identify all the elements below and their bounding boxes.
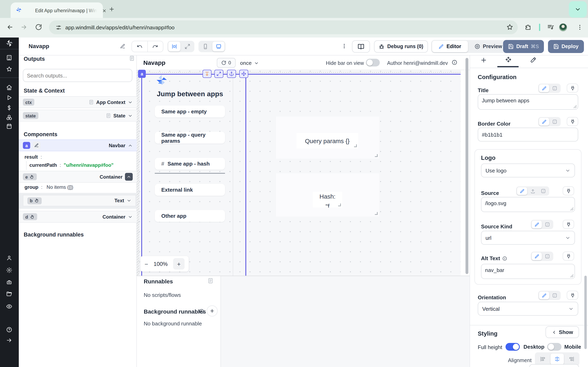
info-icon[interactable] <box>452 59 457 65</box>
draft-button[interactable]: Draft ⌘S <box>503 40 544 53</box>
static-mode-pencil-icon[interactable] <box>539 84 549 92</box>
sidebar-item-users[interactable] <box>6 255 12 261</box>
expression-mode-fn-icon[interactable]: f <box>538 187 548 195</box>
static-mode-pencil-icon[interactable] <box>539 292 549 299</box>
extensions-puzzle-icon[interactable] <box>525 24 531 31</box>
sidebar-item-resources[interactable] <box>6 115 12 121</box>
debug-runs-button[interactable]: Debug runs (0) <box>374 40 428 53</box>
static-mode-pencil-icon[interactable] <box>532 221 542 228</box>
border-color-connect-plug-icon[interactable] <box>567 117 578 126</box>
tab-insert-plus-icon[interactable] <box>480 57 487 64</box>
sidebar-item-help[interactable] <box>6 327 12 333</box>
result-key-row[interactable]: result : <box>25 154 42 160</box>
expression-mode-fn-icon[interactable]: f <box>542 252 553 260</box>
resize-corner-icon[interactable] <box>354 144 357 147</box>
rename-pencil-icon[interactable] <box>120 44 125 49</box>
ctx-row[interactable]: ctx App Context <box>19 96 137 108</box>
desktop-preview-toggle[interactable] <box>212 42 225 51</box>
chevron-down-icon[interactable] <box>127 198 131 203</box>
border-color-input[interactable] <box>478 128 578 142</box>
group-row[interactable]: group : No items ([]) <box>25 184 73 190</box>
orientation-connect-plug-icon[interactable] <box>567 291 578 300</box>
nav-button-same-app-empty[interactable]: Same app - empty <box>155 106 225 117</box>
mobile-preview-toggle[interactable] <box>199 42 212 51</box>
component-row-text-b[interactable]: b Text <box>23 195 136 206</box>
back-icon[interactable] <box>7 24 13 31</box>
insert-below-handle-icon[interactable] <box>203 70 212 78</box>
chevron-down-icon[interactable] <box>128 214 133 219</box>
tab-styling-brush-icon[interactable] <box>530 57 536 64</box>
sidebar-item-runs[interactable] <box>6 95 12 101</box>
sidebar-item-folders[interactable] <box>6 291 12 297</box>
info-icon[interactable] <box>199 309 204 314</box>
selected-component-badge[interactable]: a <box>138 70 146 78</box>
orientation-select[interactable]: Vertical <box>478 302 578 316</box>
textarea-resize-icon[interactable] <box>570 207 574 211</box>
expression-mode-fn-icon[interactable]: f <box>550 118 560 125</box>
static-mode-pencil-icon[interactable] <box>517 187 527 195</box>
reload-icon[interactable] <box>35 24 42 31</box>
textarea-resize-icon[interactable] <box>573 105 577 108</box>
info-icon[interactable] <box>502 256 507 261</box>
use-logo-select[interactable]: Use logo <box>481 164 575 177</box>
component-row-container-d[interactable]: d Container <box>19 211 137 223</box>
sidebar-item-apps[interactable] <box>6 55 12 61</box>
nav-button-other-app[interactable]: Other app <box>155 210 225 222</box>
static-mode-pencil-icon[interactable] <box>539 118 549 125</box>
sidebar-item-favorites[interactable] <box>6 66 12 72</box>
sidebar-collapse-arrow-icon[interactable] <box>6 337 12 343</box>
static-mode-pencil-icon[interactable] <box>532 252 542 260</box>
browser-tab[interactable]: Edit App u/henri/navapp | Win <box>11 2 103 18</box>
collapse-chevron-up-icon[interactable] <box>125 173 133 181</box>
bookmark-star-icon[interactable] <box>506 24 513 31</box>
browser-menu-kebab-icon[interactable] <box>577 24 583 31</box>
source-connect-plug-icon[interactable] <box>563 186 574 195</box>
styling-show-button[interactable]: Show <box>545 326 579 338</box>
expression-mode-fn-icon[interactable]: f <box>550 84 560 92</box>
resize-corner-icon[interactable] <box>374 212 378 215</box>
component-row-container-e[interactable]: e Container <box>19 171 137 183</box>
forward-icon[interactable] <box>20 24 27 31</box>
profile-avatar[interactable] <box>559 23 567 31</box>
title-connect-plug-icon[interactable] <box>567 83 578 92</box>
sidebar-item-settings[interactable] <box>6 267 12 273</box>
anchor-handle-icon[interactable] <box>227 70 236 78</box>
expression-mode-fn-icon[interactable]: f <box>550 292 560 299</box>
source-kind-connect-plug-icon[interactable] <box>563 220 574 229</box>
docs-book-button[interactable] <box>352 40 370 53</box>
zoom-in-button[interactable]: + <box>173 258 185 269</box>
add-background-runnable-button[interactable] <box>207 305 218 317</box>
redo-button[interactable] <box>148 41 163 52</box>
search-outputs-input[interactable] <box>23 69 132 82</box>
state-row[interactable]: state State <box>19 110 137 122</box>
new-tab-button[interactable] <box>109 6 115 12</box>
url-text[interactable]: app.windmill.dev/apps/edit/u/henri/navap… <box>65 25 174 31</box>
hide-bar-toggle[interactable] <box>366 59 380 67</box>
move-handle-icon[interactable] <box>239 70 248 78</box>
selection-right-rail[interactable] <box>245 74 246 276</box>
mobile-desktop-toggle[interactable] <box>547 343 562 351</box>
tab-close-icon[interactable] <box>102 8 107 13</box>
nav-button-same-app-hash[interactable]: # Same app - hash <box>155 158 225 170</box>
selection-left-rail[interactable] <box>141 74 142 276</box>
refresh-count-button[interactable]: 0 <box>217 58 236 68</box>
resize-corner-icon[interactable] <box>338 203 341 206</box>
alt-text-connect-plug-icon[interactable] <box>563 252 574 261</box>
chevron-down-icon[interactable] <box>128 100 133 105</box>
current-path-row[interactable]: currentPath : "u/henri/navapp#foo" <box>29 162 113 168</box>
canvas-resize-gutter[interactable] <box>137 70 139 276</box>
sidebar-item-variables[interactable] <box>6 105 12 111</box>
site-settings-icon[interactable] <box>56 25 62 31</box>
sidebar-item-schedules[interactable] <box>6 123 12 129</box>
undo-button[interactable] <box>132 41 148 52</box>
chevron-up-icon[interactable] <box>128 143 133 148</box>
sidebar-item-home[interactable] <box>6 84 12 91</box>
chevron-down-icon[interactable] <box>128 113 133 118</box>
settings-panel-scrollbar[interactable] <box>584 276 587 349</box>
textarea-resize-icon[interactable] <box>570 274 574 278</box>
source-kind-select[interactable]: url <box>481 231 575 245</box>
nav-button-same-app-query[interactable]: Same app - query params <box>155 132 225 143</box>
align-right-icon[interactable] <box>565 354 578 365</box>
resize-corner-icon[interactable] <box>374 154 378 157</box>
align-center-icon[interactable] <box>550 354 564 365</box>
